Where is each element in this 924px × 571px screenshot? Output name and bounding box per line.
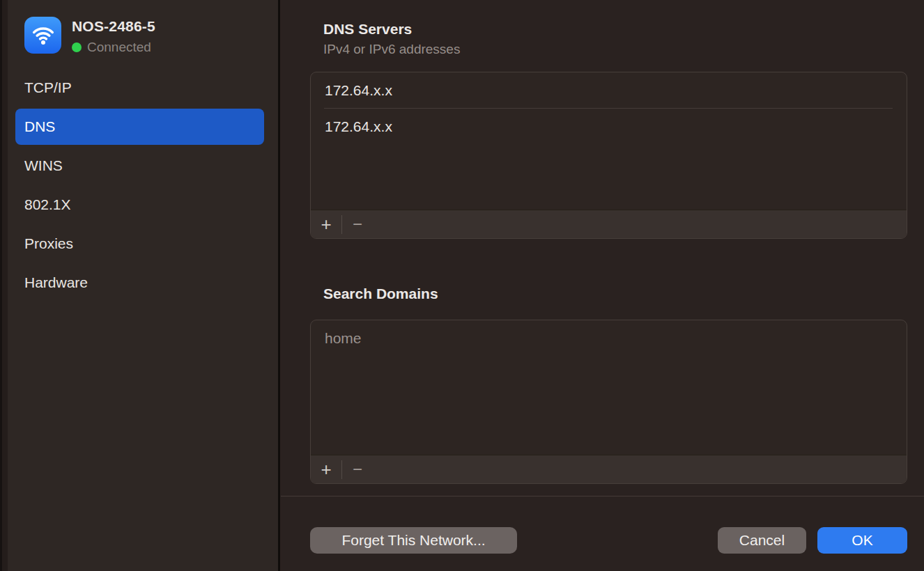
status-dot-icon (72, 42, 82, 52)
forget-network-button[interactable]: Forget This Network... (310, 527, 517, 554)
sidebar: NOS-2486-5 Connected TCP/IP DNS WINS 802… (0, 0, 280, 571)
dns-settings-panel: DNS Servers IPv4 or IPv6 addresses 172.6… (281, 0, 924, 571)
add-search-domain-button[interactable]: + (311, 455, 341, 484)
search-domains-toolbar: + − (311, 455, 907, 483)
sidebar-item-hardware[interactable]: Hardware (15, 265, 264, 301)
network-name: NOS-2486-5 (72, 18, 155, 35)
sidebar-item-wins[interactable]: WINS (15, 148, 264, 184)
sidebar-item-tcpip[interactable]: TCP/IP (15, 70, 264, 106)
dns-servers-toolbar: + − (311, 210, 907, 238)
remove-search-domain-button[interactable]: − (342, 455, 373, 484)
sidebar-item-8021x[interactable]: 802.1X (15, 187, 264, 223)
status-label: Connected (87, 40, 151, 55)
dns-server-entry[interactable]: 172.64.x.x (311, 72, 907, 108)
search-domains-title: Search Domains (323, 286, 438, 302)
search-domains-list: home + − (310, 320, 907, 484)
connection-text: NOS-2486-5 Connected (72, 17, 155, 55)
remove-dns-server-button[interactable]: − (342, 210, 373, 239)
search-domain-entry[interactable]: home (311, 320, 907, 356)
sidebar-item-dns[interactable]: DNS (15, 109, 264, 145)
sidebar-nav: TCP/IP DNS WINS 802.1X Proxies Hardware (15, 70, 264, 304)
ok-button[interactable]: OK (817, 527, 907, 554)
search-domains-header: Search Domains (323, 286, 438, 302)
dns-servers-title: DNS Servers (323, 21, 460, 38)
connection-status: Connected (72, 40, 155, 55)
dns-servers-list: 172.64.x.x 172.64.x.x + − (310, 72, 907, 239)
connection-header: NOS-2486-5 Connected (24, 17, 155, 55)
wifi-network-details-dialog: NOS-2486-5 Connected TCP/IP DNS WINS 802… (0, 0, 924, 571)
sidebar-item-proxies[interactable]: Proxies (15, 226, 264, 262)
footer-divider (281, 496, 924, 496)
cancel-button[interactable]: Cancel (718, 527, 806, 554)
add-dns-server-button[interactable]: + (311, 210, 341, 239)
dns-servers-subtitle: IPv4 or IPv6 addresses (323, 42, 460, 57)
dns-server-entry[interactable]: 172.64.x.x (311, 109, 907, 144)
dns-servers-header: DNS Servers IPv4 or IPv6 addresses (323, 21, 460, 57)
wifi-icon (24, 17, 61, 54)
